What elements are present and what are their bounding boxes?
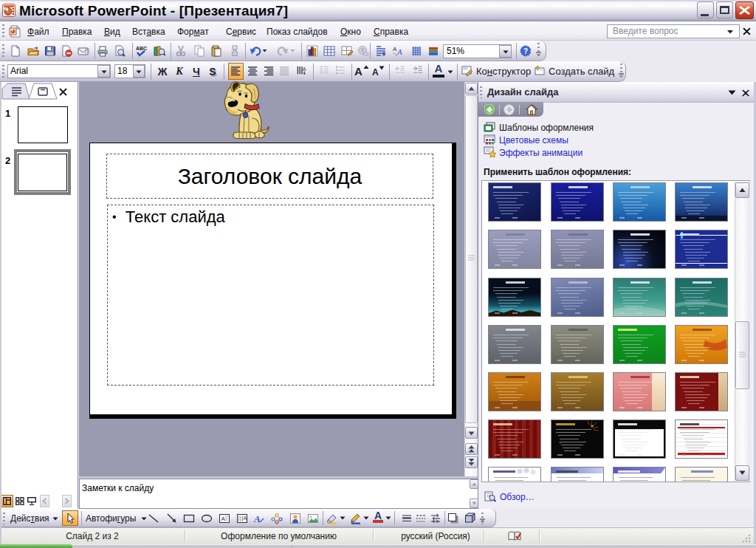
svg-text:ABC: ABC <box>136 46 147 51</box>
svg-text:A: A <box>396 47 402 56</box>
svg-text:A: A <box>253 513 261 524</box>
svg-text:А: А <box>303 66 306 72</box>
svg-text:?: ? <box>523 47 528 55</box>
svg-text:А: А <box>244 516 247 521</box>
svg-text:A: A <box>221 516 226 522</box>
